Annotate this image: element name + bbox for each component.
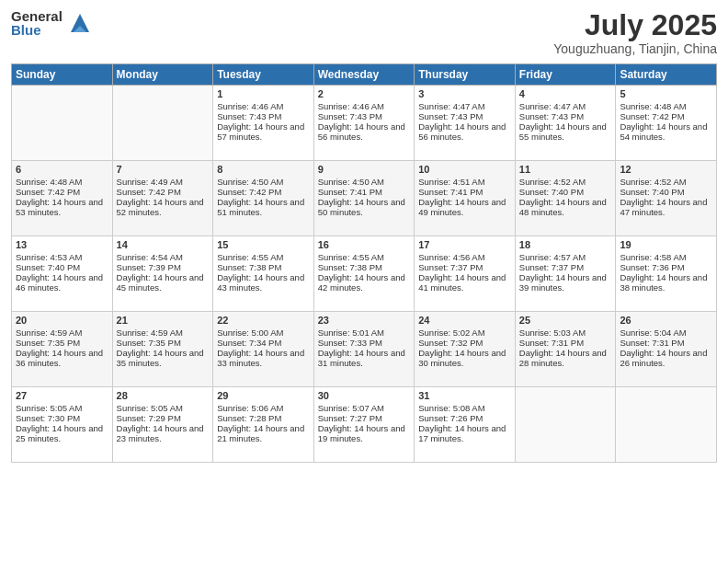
calendar-cell: 17Sunrise: 4:56 AMSunset: 7:37 PMDayligh… (415, 236, 516, 312)
daylight-text: Daylight: 14 hours and 55 minutes. (519, 121, 612, 142)
sunset-text: Sunset: 7:28 PM (217, 413, 310, 423)
daylight-text: Daylight: 14 hours and 30 minutes. (418, 348, 511, 368)
sunrise-text: Sunrise: 4:46 AM (217, 101, 310, 111)
day-number: 26 (620, 315, 712, 326)
sunset-text: Sunset: 7:34 PM (217, 338, 310, 348)
sunset-text: Sunset: 7:33 PM (318, 338, 411, 348)
sunset-text: Sunset: 7:40 PM (16, 262, 108, 272)
sunset-text: Sunset: 7:35 PM (117, 338, 210, 348)
sunset-text: Sunset: 7:26 PM (418, 413, 511, 423)
day-number: 20 (16, 315, 108, 326)
sunset-text: Sunset: 7:38 PM (217, 262, 310, 272)
day-number: 22 (217, 315, 310, 326)
daylight-text: Daylight: 14 hours and 26 minutes. (620, 348, 712, 368)
day-number: 6 (16, 164, 108, 175)
header-wednesday: Wednesday (313, 64, 415, 86)
sunrise-text: Sunrise: 5:08 AM (418, 403, 511, 413)
calendar-cell: 16Sunrise: 4:55 AMSunset: 7:38 PMDayligh… (313, 236, 415, 312)
day-number: 5 (620, 88, 712, 99)
day-number: 19 (620, 239, 712, 250)
daylight-text: Daylight: 14 hours and 38 minutes. (620, 272, 712, 293)
sunset-text: Sunset: 7:43 PM (217, 111, 310, 121)
daylight-text: Daylight: 14 hours and 41 minutes. (418, 272, 511, 293)
day-number: 24 (418, 315, 511, 326)
sunset-text: Sunset: 7:35 PM (16, 338, 108, 348)
sunset-text: Sunset: 7:27 PM (318, 413, 411, 423)
daylight-text: Daylight: 14 hours and 52 minutes. (117, 197, 210, 217)
calendar-week-5: 27Sunrise: 5:05 AMSunset: 7:30 PMDayligh… (12, 387, 717, 463)
daylight-text: Daylight: 14 hours and 43 minutes. (217, 272, 310, 293)
calendar-cell: 20Sunrise: 4:59 AMSunset: 7:35 PMDayligh… (12, 312, 113, 387)
day-number: 10 (418, 164, 511, 175)
daylight-text: Daylight: 14 hours and 54 minutes. (620, 121, 712, 142)
calendar-cell: 27Sunrise: 5:05 AMSunset: 7:30 PMDayligh… (12, 387, 113, 463)
sunset-text: Sunset: 7:42 PM (620, 111, 712, 121)
sunset-text: Sunset: 7:31 PM (620, 338, 712, 348)
day-number: 16 (318, 239, 411, 250)
sunset-text: Sunset: 7:37 PM (519, 262, 612, 272)
sunset-text: Sunset: 7:43 PM (318, 111, 411, 121)
calendar-cell: 31Sunrise: 5:08 AMSunset: 7:26 PMDayligh… (415, 387, 516, 463)
calendar-cell: 8Sunrise: 4:50 AMSunset: 7:42 PMDaylight… (213, 161, 314, 236)
sunrise-text: Sunrise: 4:57 AM (519, 252, 612, 262)
daylight-text: Daylight: 14 hours and 19 minutes. (318, 423, 411, 443)
daylight-text: Daylight: 14 hours and 56 minutes. (418, 121, 511, 142)
sunrise-text: Sunrise: 4:59 AM (16, 327, 108, 338)
sunrise-text: Sunrise: 4:58 AM (620, 252, 712, 262)
sunrise-text: Sunrise: 4:47 AM (519, 101, 612, 111)
sunrise-text: Sunrise: 4:49 AM (117, 177, 210, 187)
sunrise-text: Sunrise: 5:06 AM (217, 403, 310, 413)
sunset-text: Sunset: 7:43 PM (519, 111, 612, 121)
calendar-cell: 11Sunrise: 4:52 AMSunset: 7:40 PMDayligh… (515, 161, 616, 236)
sunrise-text: Sunrise: 5:05 AM (16, 403, 108, 413)
header-tuesday: Tuesday (213, 64, 314, 86)
calendar-cell: 26Sunrise: 5:04 AMSunset: 7:31 PMDayligh… (616, 312, 717, 387)
daylight-text: Daylight: 14 hours and 35 minutes. (117, 348, 210, 368)
calendar-cell: 12Sunrise: 4:52 AMSunset: 7:40 PMDayligh… (616, 161, 717, 236)
day-number: 9 (318, 164, 411, 175)
sunrise-text: Sunrise: 5:03 AM (519, 327, 612, 338)
header-saturday: Saturday (616, 64, 717, 86)
sunset-text: Sunset: 7:42 PM (117, 187, 210, 197)
day-number: 8 (217, 164, 310, 175)
day-number: 30 (318, 390, 411, 401)
daylight-text: Daylight: 14 hours and 46 minutes. (16, 272, 108, 293)
day-number: 14 (117, 239, 210, 250)
sunset-text: Sunset: 7:43 PM (418, 111, 511, 121)
header-thursday: Thursday (415, 64, 516, 86)
sunrise-text: Sunrise: 4:55 AM (318, 252, 411, 262)
sunrise-text: Sunrise: 4:48 AM (620, 101, 712, 111)
day-number: 13 (16, 239, 108, 250)
calendar-cell: 9Sunrise: 4:50 AMSunset: 7:41 PMDaylight… (313, 161, 415, 236)
header-friday: Friday (515, 64, 616, 86)
calendar-cell: 22Sunrise: 5:00 AMSunset: 7:34 PMDayligh… (213, 312, 314, 387)
sunset-text: Sunset: 7:41 PM (418, 187, 511, 197)
calendar-cell: 5Sunrise: 4:48 AMSunset: 7:42 PMDaylight… (616, 86, 717, 161)
calendar-cell (515, 387, 616, 463)
day-number: 4 (519, 88, 612, 99)
calendar-cell: 3Sunrise: 4:47 AMSunset: 7:43 PMDaylight… (415, 86, 516, 161)
sunset-text: Sunset: 7:40 PM (519, 187, 612, 197)
day-number: 11 (519, 164, 612, 175)
calendar-cell: 7Sunrise: 4:49 AMSunset: 7:42 PMDaylight… (112, 161, 213, 236)
logo: General Blue (11, 9, 94, 37)
calendar-cell: 18Sunrise: 4:57 AMSunset: 7:37 PMDayligh… (515, 236, 616, 312)
calendar-cell: 10Sunrise: 4:51 AMSunset: 7:41 PMDayligh… (415, 161, 516, 236)
daylight-text: Daylight: 14 hours and 48 minutes. (519, 197, 612, 217)
day-number: 12 (620, 164, 712, 175)
daylight-text: Daylight: 14 hours and 56 minutes. (318, 121, 411, 142)
calendar-cell: 13Sunrise: 4:53 AMSunset: 7:40 PMDayligh… (12, 236, 113, 312)
sunrise-text: Sunrise: 4:56 AM (418, 252, 511, 262)
calendar-week-2: 6Sunrise: 4:48 AMSunset: 7:42 PMDaylight… (12, 161, 717, 236)
calendar-week-1: 1Sunrise: 4:46 AMSunset: 7:43 PMDaylight… (12, 86, 717, 161)
calendar-week-3: 13Sunrise: 4:53 AMSunset: 7:40 PMDayligh… (12, 236, 717, 312)
sunrise-text: Sunrise: 5:07 AM (318, 403, 411, 413)
sunset-text: Sunset: 7:41 PM (318, 187, 411, 197)
calendar-cell: 28Sunrise: 5:05 AMSunset: 7:29 PMDayligh… (112, 387, 213, 463)
day-number: 2 (318, 88, 411, 99)
title-block: July 2025 Youguzhuang, Tianjin, China (553, 9, 717, 56)
sunrise-text: Sunrise: 5:02 AM (418, 327, 511, 338)
daylight-text: Daylight: 14 hours and 28 minutes. (519, 348, 612, 368)
sunrise-text: Sunrise: 4:47 AM (418, 101, 511, 111)
day-number: 27 (16, 390, 108, 401)
